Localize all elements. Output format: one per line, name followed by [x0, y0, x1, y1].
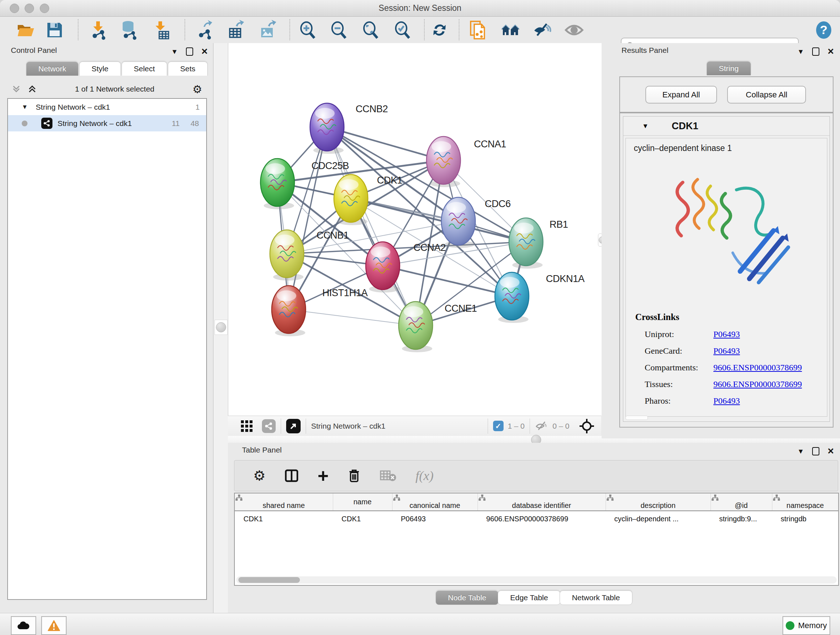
- control-tab-style[interactable]: Style: [79, 62, 121, 76]
- memory-button[interactable]: Memory: [783, 616, 830, 635]
- panel-close-icon[interactable]: ✕: [827, 47, 834, 57]
- panel-float-icon[interactable]: [186, 48, 193, 56]
- results-hscroll-thumb[interactable]: [625, 416, 648, 420]
- zoom-in-button[interactable]: [297, 19, 318, 41]
- panel-menu-caret-icon[interactable]: ▼: [171, 48, 178, 56]
- panel-menu-caret-icon[interactable]: ▼: [797, 448, 804, 455]
- panel-close-icon[interactable]: ✕: [201, 47, 208, 57]
- open-session-button[interactable]: [15, 19, 36, 41]
- expand-all-chevrons-icon[interactable]: [27, 84, 37, 94]
- hidden-eye-slash-icon[interactable]: [535, 420, 549, 432]
- column-header-canonicalname[interactable]: canonical name: [392, 494, 477, 511]
- refresh-button[interactable]: [429, 19, 450, 41]
- birdseye-crosshair-icon[interactable]: [579, 418, 595, 434]
- export-image-button[interactable]: [257, 19, 279, 41]
- table-hscrollbar[interactable]: [236, 576, 837, 584]
- panel-float-icon[interactable]: [812, 447, 819, 455]
- table-row[interactable]: CDK1CDK1P064939606.ENSP00000378699cyclin…: [235, 511, 838, 526]
- tree-expander-icon[interactable]: ▼: [22, 103, 28, 111]
- crosslink-link[interactable]: 9606.ENSP00000378699: [714, 379, 802, 389]
- import-table-from-file-button[interactable]: [151, 19, 172, 41]
- network-options-gear-icon[interactable]: ⚙: [193, 83, 202, 96]
- houses-icon: [501, 22, 520, 38]
- expand-all-button[interactable]: Expand All: [645, 86, 717, 103]
- zoom-out-button[interactable]: [328, 19, 349, 41]
- control-tab-network[interactable]: Network: [26, 62, 79, 76]
- control-tab-sets[interactable]: Sets: [168, 62, 208, 76]
- network-edge[interactable]: [289, 310, 416, 325]
- zoom-fit-button[interactable]: [360, 19, 381, 41]
- network-node-CCNB2[interactable]: [310, 103, 344, 154]
- crosslink-link[interactable]: P06493: [714, 346, 740, 356]
- copy-style-button[interactable]: [467, 19, 488, 41]
- network-collection-row[interactable]: ▼ String Network – cdk1 1: [8, 99, 206, 115]
- panel-close-icon[interactable]: ✕: [827, 447, 834, 456]
- tab-network-table[interactable]: Network Table: [560, 591, 632, 605]
- column-header-databaseidentifier[interactable]: database identifier: [477, 494, 606, 511]
- crosslink-link[interactable]: 9606.ENSP00000378699: [714, 363, 802, 372]
- collapse-all-button[interactable]: Collapse All: [727, 86, 806, 103]
- network-graph[interactable]: CCNB2CCNA1CDC25BCDK1CDC6RB1CCNB1CCNA2CDK…: [228, 43, 602, 416]
- delete-column-trash-icon[interactable]: [347, 468, 361, 483]
- export-table-button[interactable]: [226, 19, 247, 41]
- vertical-splitter[interactable]: [213, 43, 228, 613]
- table-cell[interactable]: 9606.ENSP00000378699: [477, 511, 606, 526]
- network-edge[interactable]: [383, 266, 512, 296]
- table-cell[interactable]: CDK1: [333, 511, 392, 526]
- preview-eye-button[interactable]: [564, 19, 584, 41]
- network-node-CDC6[interactable]: [441, 197, 475, 248]
- network-node-CDC25B[interactable]: [261, 158, 294, 209]
- export-network-button[interactable]: [195, 19, 216, 41]
- crosslink-link[interactable]: P06493: [714, 329, 740, 339]
- collapse-all-chevrons-icon[interactable]: [11, 84, 21, 94]
- table-cell[interactable]: CDK1: [235, 511, 333, 526]
- table-cell[interactable]: stringdb: [772, 511, 838, 526]
- selected-checkbox-icon[interactable]: ✓: [493, 421, 504, 431]
- show-columns-icon[interactable]: [284, 469, 299, 483]
- column-header-name[interactable]: name: [333, 494, 392, 511]
- column-header-namespace[interactable]: namespace: [772, 494, 838, 511]
- panel-menu-caret-icon[interactable]: ▼: [797, 48, 804, 56]
- table-hscroll-thumb[interactable]: [238, 577, 300, 583]
- protein-section-header[interactable]: ▼ CDK1: [623, 117, 829, 136]
- crosslink-link[interactable]: P06493: [714, 396, 740, 406]
- network-node-HIST1H1A[interactable]: [272, 286, 306, 336]
- network-edge[interactable]: [289, 127, 327, 310]
- graphics-details-button[interactable]: [532, 19, 553, 41]
- help-button[interactable]: ?: [813, 19, 834, 41]
- splitter-knob[interactable]: [216, 322, 226, 333]
- network-row[interactable]: String Network – cdk1 11 48: [8, 115, 206, 131]
- network-node-CCNA1[interactable]: [426, 136, 461, 187]
- network-node-CDK1[interactable]: [334, 174, 368, 225]
- table-settings-gear-icon[interactable]: ⚙: [253, 468, 265, 484]
- network-node-CCNB1[interactable]: [270, 230, 304, 280]
- grid-view-icon[interactable]: [240, 419, 254, 433]
- import-network-from-database-button[interactable]: [118, 19, 140, 41]
- network-node-CDKN1A[interactable]: [495, 272, 529, 323]
- delete-table-icon[interactable]: [380, 470, 396, 482]
- detach-view-icon[interactable]: [286, 419, 301, 433]
- column-header-id[interactable]: @id: [711, 494, 772, 511]
- tab-node-table[interactable]: Node Table: [436, 591, 499, 605]
- network-node-RB1[interactable]: [509, 218, 543, 269]
- column-header-sharedname[interactable]: shared name: [235, 494, 333, 511]
- zoom-selected-button[interactable]: [392, 19, 413, 41]
- control-tab-select[interactable]: Select: [122, 62, 167, 76]
- network-node-CCNE1[interactable]: [399, 302, 433, 352]
- section-collapse-caret-icon[interactable]: ▼: [642, 122, 649, 130]
- panel-float-icon[interactable]: [812, 48, 819, 56]
- network-canvas[interactable]: CCNB2CCNA1CDC25BCDK1CDC6RB1CCNB1CCNA2CDK…: [228, 43, 602, 416]
- warnings-button[interactable]: [41, 616, 66, 635]
- tab-edge-table[interactable]: Edge Table: [498, 591, 561, 605]
- table-cell[interactable]: P06493: [392, 511, 477, 526]
- column-header-description[interactable]: description: [606, 494, 711, 511]
- table-cell[interactable]: stringdb:9...: [711, 511, 772, 526]
- results-tab-string[interactable]: String: [706, 61, 751, 75]
- network-share-icon[interactable]: [262, 419, 276, 433]
- first-neighbors-button[interactable]: [500, 19, 521, 41]
- import-network-from-file-button[interactable]: [88, 19, 109, 41]
- function-builder-icon[interactable]: f(x): [415, 468, 433, 483]
- save-session-button[interactable]: [44, 19, 65, 41]
- table-cell[interactable]: cyclin–dependent ...: [606, 511, 711, 526]
- cloud-status-button[interactable]: [11, 616, 36, 635]
